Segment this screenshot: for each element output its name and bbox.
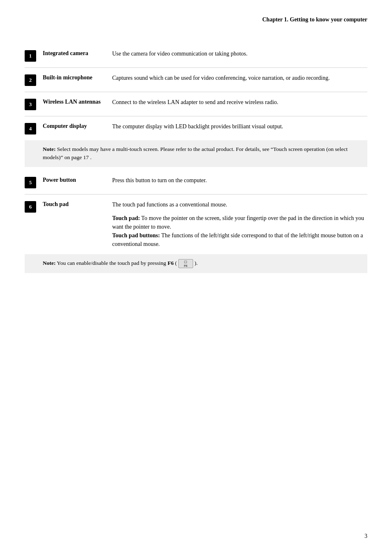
note1-text: Select models may have a multi-touch scr… — [43, 146, 348, 160]
term-2: Built-in microphone — [36, 74, 112, 81]
desc-4: The computer display with LED backlight … — [112, 122, 367, 131]
f6-key-icon: ☐ F6 — [178, 259, 193, 268]
main-content: 1 Integrated camera Use the camera for v… — [25, 44, 367, 273]
note2-paren-open: ( — [174, 260, 178, 266]
badge-2: 2 — [25, 74, 36, 86]
item-row-4: 4 Computer display The computer display … — [25, 116, 367, 140]
term-5: Power button — [36, 176, 112, 183]
note2-label: Note: — [43, 260, 55, 266]
item-row-6: 6 Touch pad The touch pad functions as a… — [25, 194, 367, 254]
item-row-3: 3 Wireless LAN antennas Connect to the w… — [25, 92, 367, 116]
note1-label: Note: — [43, 146, 55, 152]
chapter-header: Chapter 1. Getting to know your computer — [25, 16, 367, 23]
note2-key: F6 — [168, 260, 174, 266]
touchpad-label: Touch pad: — [112, 215, 140, 221]
term-6: Touch pad — [36, 200, 112, 208]
term-1: Integrated camera — [36, 49, 112, 57]
note2-text-pre: You can enable/disable the touch pad by … — [55, 260, 167, 266]
desc-6: The touch pad functions as a conventiona… — [112, 200, 367, 248]
page-number: 3 — [364, 533, 367, 540]
desc-3: Connect to the wireless LAN adapter to s… — [112, 98, 367, 107]
desc-2: Captures sound which can be used for vid… — [112, 74, 367, 82]
desc-1: Use the camera for video communication o… — [112, 49, 367, 58]
note-box-1: Note: Select models may have a multi-tou… — [25, 140, 367, 167]
touchpad-text: To move the pointer on the screen, slide… — [112, 215, 364, 230]
touchpad-buttons-label: Touch pad buttons: — [112, 232, 160, 239]
badge-3: 3 — [25, 99, 36, 110]
item-row-2: 2 Built-in microphone Captures sound whi… — [25, 67, 367, 92]
badge-1: 1 — [25, 50, 36, 62]
chapter-title: Chapter 1. Getting to know your computer — [262, 16, 367, 23]
badge-6: 6 — [25, 201, 36, 213]
desc-5: Press this button to turn on the compute… — [112, 176, 367, 185]
item-row-1: 1 Integrated camera Use the camera for v… — [25, 44, 367, 67]
term-4: Computer display — [36, 122, 112, 130]
touchpad-extra: Touch pad: To move the pointer on the sc… — [112, 214, 367, 248]
items-section-2: 5 Power button Press this button to turn… — [25, 170, 367, 254]
item-row-5: 5 Power button Press this button to turn… — [25, 170, 367, 194]
term-3: Wireless LAN antennas — [36, 98, 112, 105]
note-box-2: Note: You can enable/disable the touch p… — [25, 254, 367, 273]
badge-4: 4 — [25, 123, 36, 134]
badge-5: 5 — [25, 177, 36, 188]
items-section-1: 1 Integrated camera Use the camera for v… — [25, 44, 367, 140]
note2-text-post: ). — [193, 260, 198, 266]
